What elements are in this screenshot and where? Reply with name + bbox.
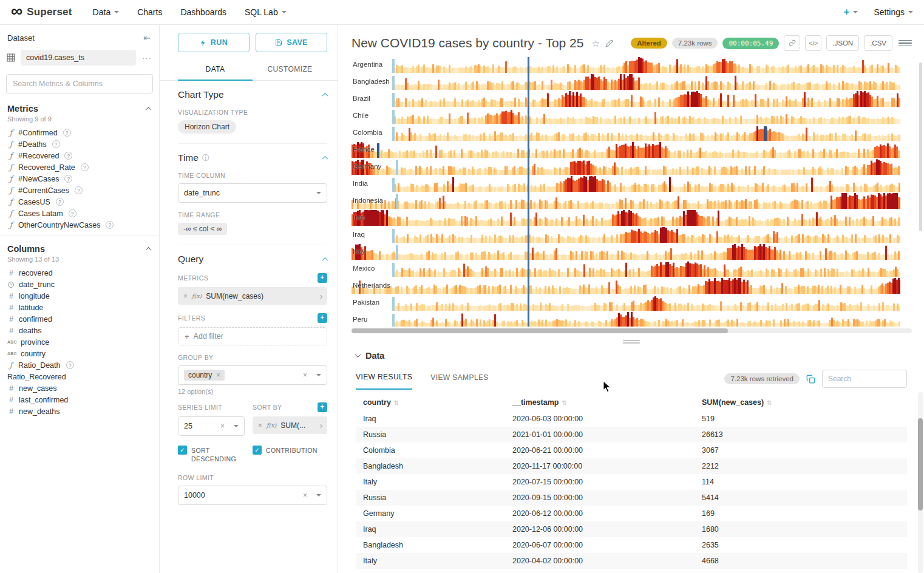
results-search-input[interactable]: [822, 370, 907, 388]
group-by-label: GROUP BY: [178, 354, 327, 361]
add-sort-by-button[interactable]: +: [318, 402, 327, 412]
clear-icon[interactable]: ×: [220, 422, 225, 430]
dataset-name[interactable]: covid19.cases_ts: [21, 50, 136, 66]
panel-resize-handle[interactable]: [623, 340, 640, 344]
viz-type-value[interactable]: Horizon Chart: [178, 120, 236, 134]
group-by-tag[interactable]: country ×: [184, 370, 225, 381]
remove-metric-icon[interactable]: ×: [183, 293, 188, 300]
add-filter-dropzone[interactable]: + Add filter: [178, 327, 327, 345]
help-icon: ?: [66, 361, 74, 369]
superset-logo[interactable]: ∞ Superset: [11, 5, 72, 19]
collapse-panel-icon[interactable]: ⇤: [143, 33, 151, 42]
metric-chip[interactable]: × ƒ(x) SUM(new_cases) ›: [178, 287, 327, 305]
embed-code-button[interactable]: </>: [805, 35, 821, 51]
column-item[interactable]: #recovered: [0, 267, 159, 279]
nav-item-charts[interactable]: Charts: [137, 7, 162, 17]
table-row: Italy2020-04-02 00:00:004668: [356, 553, 907, 569]
copy-link-button[interactable]: [784, 35, 800, 51]
metrics-section-header[interactable]: Metrics: [0, 96, 159, 114]
group-by-select[interactable]: country × ×: [178, 365, 327, 385]
sort-by-chip[interactable]: × ƒ(x) SUM(... ›: [253, 416, 327, 434]
table-cell: Russia: [356, 427, 505, 442]
new-item-button[interactable]: +: [843, 6, 858, 18]
column-header--timestamp[interactable]: __timestamp⇅: [505, 394, 695, 411]
horizon-chart-canvas[interactable]: [352, 57, 900, 327]
column-item[interactable]: #new_cases: [0, 382, 159, 394]
table-cell: 2020-07-15 00:00:00: [505, 474, 695, 490]
export-csv-button[interactable]: .CSV: [864, 35, 892, 51]
run-button[interactable]: RUN: [178, 33, 250, 52]
metric-item[interactable]: ƒCases Latam?: [0, 208, 159, 219]
sort-descending-checkbox[interactable]: ✓: [178, 446, 187, 455]
add-filter-button[interactable]: +: [318, 313, 327, 323]
nav-item-dashboards[interactable]: Dashboards: [180, 7, 226, 17]
horizon-row-label: Brazil: [353, 95, 370, 102]
metric-item[interactable]: ƒCasesUS?: [0, 196, 159, 208]
remove-group-by-icon[interactable]: ×: [216, 371, 220, 379]
column-item[interactable]: ABCprovince: [0, 336, 159, 348]
tab-view-samples[interactable]: VIEW SAMPLES: [430, 373, 489, 389]
metric-item[interactable]: ƒOtherCountryNewCases?: [0, 219, 159, 231]
add-metric-button[interactable]: +: [318, 273, 327, 283]
edit-pencil-icon[interactable]: [605, 39, 613, 47]
column-item[interactable]: #last_confirmed: [0, 394, 159, 405]
metric-item[interactable]: ƒ#NewCases?: [0, 173, 159, 185]
contribution-checkbox[interactable]: ✓: [253, 446, 262, 455]
column-header-country[interactable]: country⇅: [356, 394, 505, 411]
column-header-sum-new-cases-[interactable]: SUM(new_cases)⇅: [695, 394, 907, 411]
favorite-star-icon[interactable]: ☆: [591, 39, 599, 48]
control-panel: RUN SAVE DATA CUSTOMIZE Chart Type VISUA…: [160, 25, 338, 573]
column-name: new_cases: [19, 384, 57, 393]
table-cell: Italy: [356, 553, 505, 569]
tab-customize[interactable]: CUSTOMIZE: [253, 59, 327, 80]
query-header[interactable]: Query: [178, 254, 327, 265]
column-item[interactable]: ƒRatio_Death?: [0, 359, 159, 371]
tab-data[interactable]: DATA: [178, 59, 253, 81]
scrollbar-thumb[interactable]: [352, 328, 728, 333]
time-header[interactable]: Time ⓘ: [178, 152, 327, 163]
nav-item-label: Charts: [137, 7, 162, 17]
series-limit-select[interactable]: 25 ×: [178, 416, 245, 436]
tab-view-results[interactable]: VIEW RESULTS: [356, 373, 412, 390]
results-section-header[interactable]: Data: [356, 351, 907, 361]
remove-sort-by-icon[interactable]: ×: [258, 422, 262, 429]
column-item[interactable]: date_trunc: [0, 279, 159, 290]
metric-item[interactable]: ƒ#Deaths?: [0, 138, 159, 150]
column-item[interactable]: #longitude: [0, 290, 159, 302]
chevron-right-icon[interactable]: ›: [315, 416, 327, 434]
dataset-more-icon[interactable]: ···: [141, 53, 153, 63]
row-limit-select[interactable]: 10000 ×: [178, 486, 327, 505]
table-grid-icon[interactable]: [6, 53, 16, 63]
nav-item-sql-lab[interactable]: SQL Lab: [245, 7, 287, 17]
metric-item[interactable]: ƒ#CurrentCases?: [0, 185, 159, 196]
chevron-right-icon[interactable]: ›: [315, 287, 327, 305]
metric-name: Cases Latam: [18, 209, 63, 218]
metric-item[interactable]: ƒRecovered_Rate?: [0, 161, 159, 173]
chart-main-area: New COVID19 cases by country - Top 25 ☆ …: [339, 25, 924, 573]
time-range-value[interactable]: -∞ ≤ col < ∞: [178, 223, 227, 235]
clear-icon[interactable]: ×: [303, 371, 307, 379]
column-item[interactable]: ABCcountry: [0, 348, 159, 359]
copy-to-clipboard-icon[interactable]: [806, 375, 815, 384]
column-item[interactable]: #new_deaths: [0, 405, 159, 417]
column-item[interactable]: #latitude: [0, 302, 159, 313]
search-metrics-input[interactable]: [6, 74, 153, 93]
columns-section-header[interactable]: Columns: [0, 236, 159, 254]
run-label: RUN: [211, 38, 228, 47]
metric-item[interactable]: ƒ#Recovered?: [0, 150, 159, 161]
chart-menu-button[interactable]: [899, 36, 912, 50]
chart-type-header[interactable]: Chart Type: [178, 89, 327, 100]
export-json-button[interactable]: .JSON: [826, 35, 859, 51]
save-button[interactable]: SAVE: [256, 33, 327, 52]
time-column-select[interactable]: date_trunc: [178, 183, 327, 203]
results-scrollbar-thumb[interactable]: [918, 418, 923, 510]
column-item[interactable]: #confirmed: [0, 313, 159, 325]
column-item[interactable]: #deaths: [0, 325, 159, 336]
metric-item[interactable]: ƒ#Confirmed?: [0, 127, 159, 138]
nav-item-data[interactable]: Data: [93, 7, 120, 17]
clear-icon[interactable]: ×: [303, 492, 307, 499]
settings-menu[interactable]: Settings: [874, 7, 913, 17]
chart-vertical-scrollbar[interactable]: [919, 63, 922, 231]
column-item[interactable]: Ratio_Recovered: [0, 371, 159, 382]
altered-badge[interactable]: Altered: [631, 38, 667, 49]
